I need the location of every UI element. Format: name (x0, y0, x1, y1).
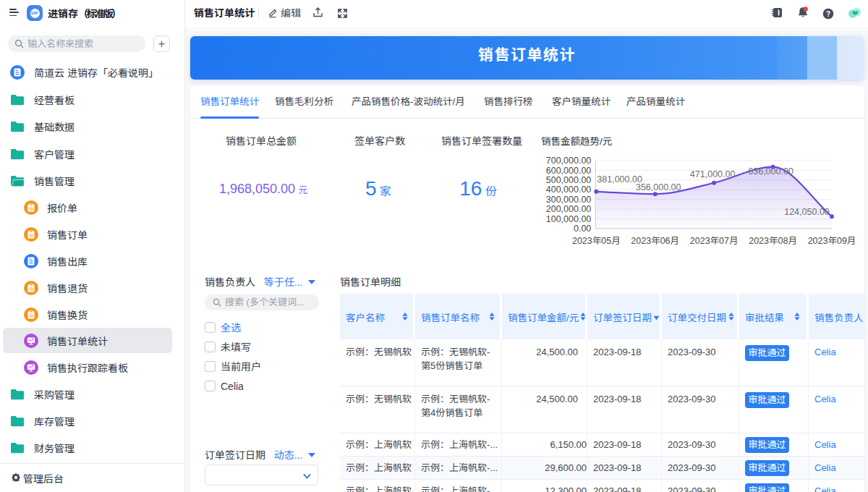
svg-text:600,000.00: 600,000.00 (546, 166, 592, 176)
svg-text:300,000.00: 300,000.00 (546, 195, 592, 205)
svg-text:2023年08月: 2023年08月 (749, 236, 797, 246)
svg-text:400,000.00: 400,000.00 (546, 184, 592, 195)
svg-text:2023年07月: 2023年07月 (690, 236, 739, 246)
svg-text:2023年09月: 2023年09月 (808, 236, 856, 246)
svg-text:124,050.00: 124,050.00 (784, 207, 830, 217)
svg-text:100,000.00: 100,000.00 (546, 214, 592, 224)
svg-text:?: ? (826, 9, 830, 17)
svg-text:200,000.00: 200,000.00 (546, 204, 592, 214)
svg-text:700,000.00: 700,000.00 (546, 156, 592, 166)
svg-text:356,000.00: 356,000.00 (636, 182, 681, 192)
svg-text:500,000.00: 500,000.00 (546, 175, 592, 185)
svg-text:2023年06月: 2023年06月 (631, 236, 679, 246)
svg-text:2023年05月: 2023年05月 (572, 236, 621, 246)
svg-text:471,000.00: 471,000.00 (690, 169, 736, 179)
svg-text:636,000.00: 636,000.00 (748, 166, 793, 177)
svg-text:0.00: 0.00 (574, 224, 591, 234)
